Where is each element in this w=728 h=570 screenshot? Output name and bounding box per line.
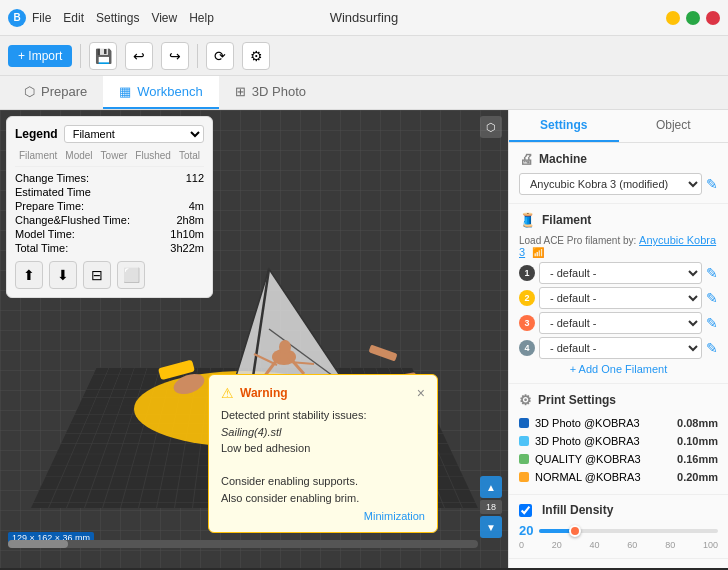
maximize-button[interactable] (686, 11, 700, 25)
filament-header: 🧵 Filament (519, 212, 718, 228)
density-row: 20 (519, 523, 718, 538)
legend-divider (15, 166, 204, 167)
filament-num-2: 2 (519, 290, 535, 306)
print-item-2: 3D Photo @KOBRA3 0.10mm (519, 432, 718, 450)
machine-header: 🖨 Machine (519, 151, 718, 167)
tab-prepare-label: Prepare (41, 84, 87, 99)
menu-help[interactable]: Help (189, 11, 214, 25)
scrollbar-thumb[interactable] (8, 540, 68, 548)
close-button[interactable] (706, 11, 720, 25)
col-model: Model (61, 149, 96, 162)
filament-select-1[interactable]: - default - (539, 262, 702, 284)
warning-minimization-link[interactable]: Minimization (221, 510, 425, 522)
layer-up-icon[interactable]: ▲ (480, 476, 502, 498)
col-total: Total (175, 149, 204, 162)
filament-edit-2[interactable]: ✎ (706, 290, 718, 306)
minimize-button[interactable] (666, 11, 680, 25)
print-name-4: NORMAL @KOBRA3 (535, 471, 641, 483)
machine-label: Machine (539, 152, 587, 166)
menu-file[interactable]: File (32, 11, 51, 25)
warning-panel: ⚠ Warning × Detected print stability iss… (208, 374, 438, 533)
print-settings-label: Print Settings (538, 393, 616, 407)
print-val-2: 0.10mm (677, 435, 718, 447)
svg-rect-11 (368, 344, 397, 361)
photo-icon: ⊞ (235, 84, 246, 99)
add-filament-button[interactable]: + Add One Filament (519, 363, 718, 375)
machine-icon: 🖨 (519, 151, 533, 167)
save-button[interactable]: 💾 (89, 42, 117, 70)
machine-section: 🖨 Machine Anycubic Kobra 3 (modified) ✎ (509, 143, 728, 204)
filament-edit-3[interactable]: ✎ (706, 315, 718, 331)
warning-header: ⚠ Warning × (221, 385, 425, 401)
redo-button[interactable]: ↪ (161, 42, 189, 70)
layer-controls: ▲ 18 ▼ (480, 476, 502, 538)
tab-workbench-label: Workbench (137, 84, 203, 99)
titlebar-left: B File Edit Settings View Help (8, 9, 214, 27)
machine-edit-icon[interactable]: ✎ (706, 176, 718, 192)
tab-prepare[interactable]: ⬡ Prepare (8, 76, 103, 109)
warning-close-button[interactable]: × (417, 385, 425, 401)
print-item-3: QUALITY @KOBRA3 0.16mm (519, 450, 718, 468)
tab-3dphoto[interactable]: ⊞ 3D Photo (219, 76, 322, 109)
filament-select-3[interactable]: - default - (539, 312, 702, 334)
print-settings-header: ⚙ Print Settings (519, 392, 718, 408)
filament-wifi-icon: 📶 (532, 247, 544, 258)
settings-button[interactable]: ⚙ (242, 42, 270, 70)
filament-icon: 🧵 (519, 212, 536, 228)
legend-filter-select[interactable]: Filament (64, 125, 204, 143)
menu-view[interactable]: View (151, 11, 177, 25)
print-val-3: 0.16mm (677, 453, 718, 465)
machine-select-row: Anycubic Kobra 3 (modified) ✎ (519, 173, 718, 195)
filament-row-4: 4 - default - ✎ (519, 337, 718, 359)
print-settings-icon: ⚙ (519, 392, 532, 408)
col-filament: Filament (15, 149, 61, 162)
print-item-4: NORMAL @KOBRA3 0.20mm (519, 468, 718, 486)
print-item-1: 3D Photo @KOBRA3 0.08mm (519, 414, 718, 432)
window-controls[interactable] (666, 11, 720, 25)
print-dot-1 (519, 418, 529, 428)
slider-labels: 0 20 40 60 80 100 (519, 540, 718, 550)
filament-section: 🧵 Filament Load ACE Pro filament by: Any… (509, 204, 728, 384)
filament-select-2[interactable]: - default - (539, 287, 702, 309)
machine-select[interactable]: Anycubic Kobra 3 (modified) (519, 173, 702, 195)
view-cube[interactable]: ⬡ (480, 116, 502, 138)
filament-label: Filament (542, 213, 591, 227)
horizontal-scrollbar[interactable] (8, 540, 478, 548)
warning-title: Warning (240, 386, 288, 400)
workbench-icon: ▦ (119, 84, 131, 99)
filament-edit-4[interactable]: ✎ (706, 340, 718, 356)
warning-file: Sailing(4).stl (221, 424, 425, 441)
warning-triangle-icon: ⚠ (221, 385, 234, 401)
import-button[interactable]: + Import (8, 45, 72, 67)
titlebar-menu[interactable]: File Edit Settings View Help (32, 11, 214, 25)
prepare-icon: ⬡ (24, 84, 35, 99)
orient-button[interactable]: ⟳ (206, 42, 234, 70)
tab-settings[interactable]: Settings (509, 110, 619, 142)
viewport[interactable]: Legend Filament Filament Model Tower Flu… (0, 110, 508, 568)
legend-table: Filament Model Tower Flushed Total (15, 149, 204, 162)
tab-object[interactable]: Object (619, 110, 729, 142)
filament-select-4[interactable]: - default - (539, 337, 702, 359)
legend-title-label: Legend (15, 127, 58, 141)
legend-icon-up[interactable]: ⬆ (15, 261, 43, 289)
undo-button[interactable]: ↩ (125, 42, 153, 70)
panel-tabs: Settings Object (509, 110, 728, 143)
filament-load-text: Load ACE Pro filament by: Anycubic Kobra… (519, 234, 718, 258)
print-name-1: 3D Photo @KOBRA3 (535, 417, 640, 429)
warning-issue: Low bed adhesion (221, 440, 425, 457)
infill-checkbox[interactable] (519, 504, 532, 517)
col-flushed: Flushed (131, 149, 175, 162)
layer-down-icon[interactable]: ▼ (480, 516, 502, 538)
print-settings-section: ⚙ Print Settings 3D Photo @KOBRA3 0.08mm… (509, 384, 728, 495)
menu-edit[interactable]: Edit (63, 11, 84, 25)
right-panel: Settings Object 🖨 Machine Anycubic Kobra… (508, 110, 728, 568)
titlebar: B File Edit Settings View Help Windsurfi… (0, 0, 728, 36)
viewport-overlay-top: ⬡ (480, 116, 502, 138)
infill-slider-track[interactable] (539, 529, 718, 533)
filament-edit-1[interactable]: ✎ (706, 265, 718, 281)
svg-point-5 (279, 340, 291, 354)
filament-row-1: 1 - default - ✎ (519, 262, 718, 284)
infill-slider-thumb[interactable] (569, 525, 581, 537)
tab-workbench[interactable]: ▦ Workbench (103, 76, 219, 109)
menu-settings[interactable]: Settings (96, 11, 139, 25)
